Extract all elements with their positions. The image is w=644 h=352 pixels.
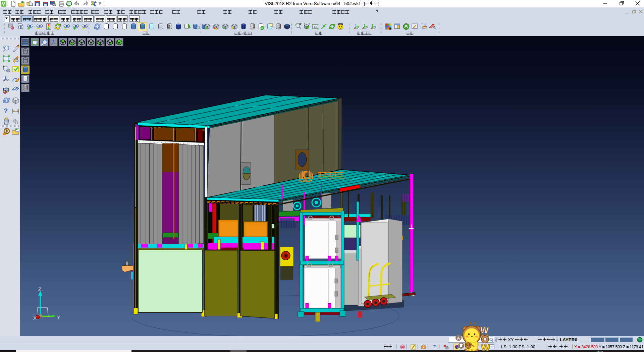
svg-text:X: X [33, 315, 37, 321]
svg-text:W: W [481, 342, 490, 352]
svg-text:Y: Y [57, 314, 60, 320]
svg-text:Z: Z [38, 286, 41, 292]
svg-text:?: ? [4, 107, 8, 115]
svg-text:1:1: 1:1 [314, 26, 317, 28]
svg-text:A: A [457, 336, 460, 341]
svg-text:W: W [480, 325, 489, 336]
